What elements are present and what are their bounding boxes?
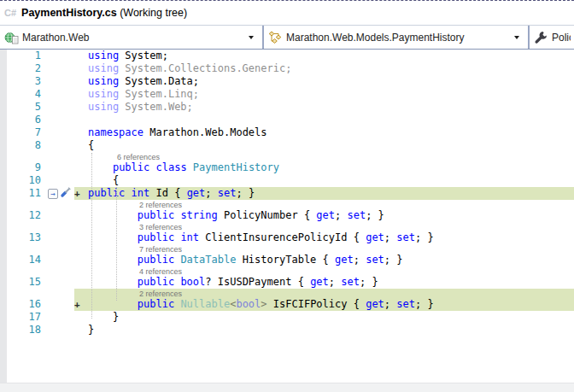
breakpoint-margin[interactable] <box>0 187 7 200</box>
code-token: public <box>138 298 174 310</box>
code-text: } <box>81 311 574 324</box>
code-line[interactable]: 1using System; <box>0 50 574 62</box>
breakpoint-margin[interactable] <box>0 114 7 126</box>
line-number <box>7 266 47 276</box>
glyph-margin <box>47 88 74 101</box>
code-text: public int Id { get; set; } <box>81 187 574 200</box>
code-line[interactable]: 4using System.Linq; <box>0 88 574 101</box>
breakpoint-margin[interactable] <box>0 298 7 311</box>
breakpoint-margin[interactable] <box>0 231 7 244</box>
code-token: using <box>88 50 119 61</box>
type-dropdown[interactable]: Marathon.Web.Models.PaymentHistory <box>262 26 528 49</box>
code-token: System; <box>119 50 168 61</box>
line-number: 17 <box>7 311 47 324</box>
glyph-margin <box>47 75 74 88</box>
code-token: System.Web; <box>119 101 193 113</box>
breakpoint-margin[interactable] <box>0 222 7 231</box>
code-line[interactable]: 6 <box>0 114 574 126</box>
dropdown-arrow-icon[interactable] <box>249 36 254 39</box>
code-line[interactable]: 5using System.Web; <box>0 101 574 114</box>
dropdown-arrow-icon[interactable] <box>514 36 519 39</box>
code-line[interactable]: 12 public string PolicyNumber { get; set… <box>0 209 574 222</box>
breakpoint-margin[interactable] <box>0 75 7 88</box>
breakpoint-margin[interactable] <box>0 254 7 266</box>
code-token: ; } <box>360 276 378 288</box>
code-token: System.Collections.Generic; <box>119 62 291 74</box>
breakpoint-margin[interactable] <box>0 161 7 174</box>
breakpoint-margin[interactable] <box>0 139 7 152</box>
codelens-row[interactable]: 2 references <box>0 289 574 298</box>
quick-actions-screwdriver-icon[interactable] <box>60 186 72 202</box>
code-line[interactable]: 16+ public Nullable<bool> IsFCIFPolicy {… <box>0 298 574 311</box>
breakpoint-margin[interactable] <box>0 311 7 324</box>
code-token: string <box>180 209 217 221</box>
codelens-row[interactable]: 2 references <box>0 200 574 209</box>
wrench-icon <box>534 31 548 44</box>
code-line[interactable]: 2using System.Collections.Generic; <box>0 62 574 75</box>
line-number: 2 <box>7 62 47 75</box>
code-line[interactable]: 3using System.Data; <box>0 75 574 88</box>
breakpoint-margin[interactable] <box>0 50 7 62</box>
breakpoint-margin[interactable] <box>0 101 7 114</box>
code-token: bool <box>180 276 205 288</box>
code-line[interactable]: 7namespace Marathon.Web.Models <box>0 126 574 139</box>
code-line[interactable]: 13 public int ClientInsurencePolicyId { … <box>0 231 574 244</box>
codelens-row[interactable]: 7 references <box>0 244 574 254</box>
diff-added-marker <box>74 152 81 161</box>
code-token: DataTable <box>180 254 236 266</box>
code-text: public class PaymentHistory <box>81 161 574 174</box>
code-token: using <box>88 75 119 87</box>
code-line[interactable]: 11→+public int Id { get; set; } <box>0 187 574 200</box>
code-text: { <box>81 139 574 152</box>
document-file-name: PaymentHistory.cs <box>21 7 117 19</box>
line-number: 9 <box>7 161 47 174</box>
code-token: public <box>138 231 174 243</box>
breakpoint-margin[interactable] <box>0 126 7 139</box>
line-number <box>7 289 47 298</box>
project-dropdown[interactable]: Marathon.Web <box>0 26 262 49</box>
diff-added-marker <box>74 50 81 62</box>
glyph-margin <box>47 200 74 209</box>
code-line[interactable]: 8{ <box>0 139 574 152</box>
codelens-row[interactable]: 6 references <box>0 152 574 161</box>
codelens-row[interactable]: 3 references <box>0 222 574 231</box>
code-editor[interactable]: 1using System;2using System.Collections.… <box>0 50 574 392</box>
code-token: ; <box>384 298 396 310</box>
code-line[interactable]: 9 public class PaymentHistory <box>0 161 574 174</box>
breakpoint-margin[interactable] <box>0 289 7 298</box>
class-icon <box>268 31 283 44</box>
diff-added-marker <box>74 62 81 75</box>
codelens-row[interactable]: 4 references <box>0 266 574 276</box>
breakpoint-margin[interactable] <box>0 209 7 222</box>
breakpoint-margin[interactable] <box>0 324 7 336</box>
breakpoint-margin[interactable] <box>0 276 7 289</box>
breakpoint-margin[interactable] <box>0 152 7 161</box>
code-line[interactable]: 18} <box>0 324 574 336</box>
horizontal-scrollbar-track[interactable] <box>0 383 574 392</box>
code-line[interactable]: 15 public bool? IsUSDPayment { get; set;… <box>0 276 574 289</box>
breakpoint-margin[interactable] <box>0 88 7 101</box>
code-token: namespace <box>88 126 144 138</box>
breakpoint-margin[interactable] <box>0 266 7 276</box>
code-token: class <box>156 161 187 173</box>
vs-editor-window: C# PaymentHistory.cs (Working tree) Mara… <box>0 0 574 392</box>
code-token <box>88 231 138 243</box>
diff-added-marker <box>74 276 81 289</box>
indent-guide <box>91 153 92 319</box>
document-tab[interactable]: C# PaymentHistory.cs (Working tree) <box>0 1 574 25</box>
code-token: Marathon.Web.Models <box>144 126 267 138</box>
glyph-margin <box>47 50 74 62</box>
line-number: 8 <box>7 139 47 152</box>
breakpoint-margin[interactable] <box>0 62 7 75</box>
code-text: namespace Marathon.Web.Models <box>81 126 574 139</box>
breakpoint-margin[interactable] <box>0 244 7 254</box>
glyph-margin <box>47 276 74 289</box>
code-line[interactable]: 17 } <box>0 311 574 324</box>
breakpoint-margin[interactable] <box>0 200 7 209</box>
member-dropdown[interactable]: PolicyNu <box>528 26 574 49</box>
code-line[interactable]: 14 public DataTable HistoryTable { get; … <box>0 254 574 266</box>
code-token: using <box>88 62 119 74</box>
code-line[interactable]: 10 { <box>0 174 574 187</box>
breakpoint-margin[interactable] <box>0 174 7 187</box>
line-number <box>7 244 47 254</box>
